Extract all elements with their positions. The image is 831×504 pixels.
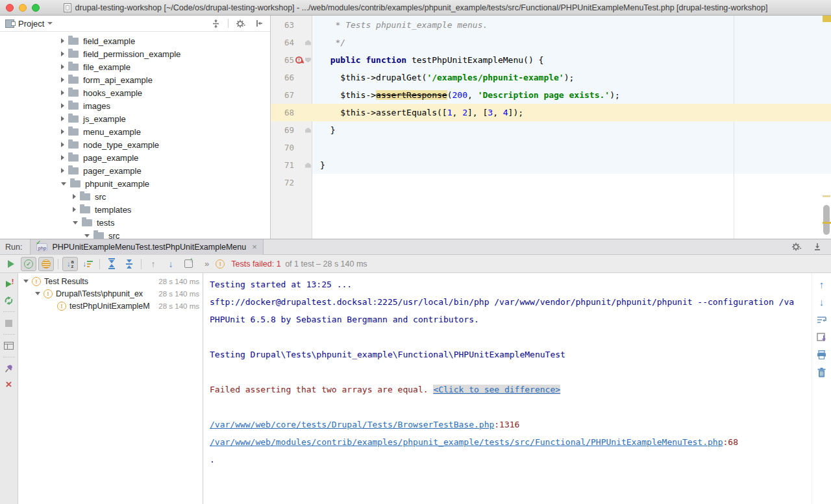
zoom-window-button[interactable] bbox=[32, 4, 40, 12]
code-line-68[interactable]: 68 $this->assertEquals([1, 2], [3, 4]); bbox=[271, 104, 831, 121]
console-link[interactable]: /var/www/web/core/tests/Drupal/Tests/Bro… bbox=[210, 420, 494, 429]
test-history-button[interactable] bbox=[180, 257, 196, 271]
test-tree-item[interactable]: !testPhpUnitExampleM28 s 140 ms bbox=[18, 300, 203, 312]
clear-all-button[interactable] bbox=[817, 367, 827, 378]
tree-item-images[interactable]: images bbox=[0, 99, 270, 112]
chevron-expanded-icon[interactable] bbox=[35, 292, 40, 295]
code-line-67[interactable]: 67 $this->assertResponse(200, 'Descripti… bbox=[271, 86, 831, 104]
code-line-71[interactable]: 71} bbox=[271, 156, 831, 174]
code-line-63[interactable]: 63 * Tests phpunit_example menus. bbox=[271, 16, 831, 34]
test-tree-item[interactable]: !Test Results28 s 140 ms bbox=[18, 275, 203, 287]
hide-run-panel-icon[interactable] bbox=[812, 242, 823, 252]
chevron-collapsed-icon[interactable] bbox=[61, 168, 64, 173]
sort-alphabetically-toggle[interactable]: ↓az bbox=[62, 257, 78, 271]
chevron-collapsed-icon[interactable] bbox=[73, 194, 76, 199]
pin-tab-button[interactable] bbox=[3, 363, 15, 374]
chevron-expanded-icon[interactable] bbox=[61, 182, 66, 186]
tree-item-label: src bbox=[108, 231, 119, 239]
next-failed-test-button[interactable]: ↓ bbox=[163, 257, 179, 271]
chevron-expanded-icon[interactable] bbox=[23, 280, 29, 283]
stop-button[interactable] bbox=[3, 318, 15, 328]
settings-gear-icon[interactable] bbox=[235, 18, 247, 29]
chevron-expanded-icon[interactable] bbox=[73, 221, 78, 224]
test-failed-gutter-icon[interactable]: ! bbox=[295, 56, 303, 64]
close-tab-icon[interactable]: × bbox=[252, 242, 257, 252]
tree-item-node_type_example[interactable]: node_type_example bbox=[0, 138, 270, 151]
code-line-64[interactable]: 64 */ bbox=[271, 34, 831, 51]
tree-item-js_example[interactable]: js_example bbox=[0, 112, 270, 125]
collapse-all-icon[interactable] bbox=[210, 18, 221, 29]
folder-icon bbox=[68, 167, 79, 174]
sort-by-duration-button[interactable]: ↓ bbox=[80, 257, 95, 271]
code-editor[interactable]: 63 * Tests phpunit_example menus.64 */65… bbox=[271, 16, 831, 239]
project-panel-title[interactable]: Project bbox=[18, 19, 44, 29]
previous-failed-test-button[interactable]: ↑ bbox=[145, 257, 161, 271]
code-line-66[interactable]: 66 $this->drupalGet('/examples/phpunit-e… bbox=[271, 69, 831, 86]
fold-marker-icon[interactable] bbox=[305, 40, 311, 45]
expand-all-button[interactable] bbox=[104, 257, 119, 271]
console-link[interactable]: /var/www/web/modules/contrib/examples/ph… bbox=[210, 437, 723, 447]
close-panel-button[interactable]: × bbox=[3, 379, 15, 390]
soft-wrap-button[interactable] bbox=[817, 315, 827, 325]
minimize-window-button[interactable] bbox=[19, 4, 27, 12]
chevron-collapsed-icon[interactable] bbox=[61, 64, 64, 69]
run-configuration-tab[interactable]: php PHPUnitExampleMenuTest.testPhpUnitEx… bbox=[30, 239, 263, 255]
chevron-down-icon[interactable] bbox=[47, 22, 53, 25]
tree-item-file_example[interactable]: file_example bbox=[0, 60, 270, 73]
chevron-collapsed-icon[interactable] bbox=[61, 90, 64, 95]
tree-item-menu_example[interactable]: menu_example bbox=[0, 125, 270, 138]
run-settings-gear-icon[interactable] bbox=[791, 242, 802, 252]
fold-marker-icon[interactable] bbox=[305, 128, 311, 133]
rerun-failed-tests-button[interactable]: ! bbox=[3, 279, 15, 289]
tree-item-field_permission_example[interactable]: field_permission_example bbox=[0, 47, 270, 60]
tree-item-src[interactable]: src bbox=[0, 229, 270, 239]
restore-layout-button[interactable] bbox=[3, 341, 15, 351]
tree-item-hooks_example[interactable]: hooks_example bbox=[0, 86, 270, 99]
tree-item-src[interactable]: src bbox=[0, 190, 270, 203]
tree-item-page_example[interactable]: page_example bbox=[0, 151, 270, 164]
code-line-72[interactable]: 72 bbox=[271, 174, 831, 191]
warning-stripe-mark[interactable] bbox=[823, 195, 830, 197]
fold-marker-icon[interactable] bbox=[305, 58, 311, 63]
chevron-expanded-icon[interactable] bbox=[84, 234, 90, 237]
previous-occurrence-button[interactable]: ↑ bbox=[817, 280, 827, 290]
collapse-all-button[interactable] bbox=[121, 257, 137, 271]
test-console[interactable]: Testing started at 13:25 ...sftp://docke… bbox=[203, 273, 831, 504]
scroll-to-end-button[interactable] bbox=[817, 332, 827, 342]
chevron-collapsed-icon[interactable] bbox=[61, 38, 64, 43]
next-occurrence-button[interactable]: ↓ bbox=[817, 297, 827, 307]
print-button[interactable] bbox=[817, 350, 827, 360]
code-line-65[interactable]: 65! public function testPhpUnitExampleMe… bbox=[271, 51, 831, 69]
toggle-auto-test-button[interactable] bbox=[3, 295, 15, 306]
tree-item-templates[interactable]: templates bbox=[0, 203, 270, 216]
test-tree-item[interactable]: !Drupal\Tests\phpunit_ex28 s 140 ms bbox=[18, 287, 203, 300]
console-link[interactable]: <Click to see difference> bbox=[433, 385, 560, 394]
tree-item-pager_example[interactable]: pager_example bbox=[0, 164, 270, 177]
fold-marker-icon[interactable] bbox=[305, 163, 311, 168]
chevron-collapsed-icon[interactable] bbox=[61, 116, 64, 121]
code-line-70[interactable]: 70 bbox=[271, 139, 831, 156]
chevron-collapsed-icon[interactable] bbox=[61, 155, 64, 160]
tree-item-phpunit_example[interactable]: phpunit_example bbox=[0, 177, 270, 190]
tree-item-tests[interactable]: tests bbox=[0, 216, 270, 229]
chevron-collapsed-icon[interactable] bbox=[61, 77, 64, 82]
tree-item-form_api_example[interactable]: form_api_example bbox=[0, 73, 270, 86]
chevron-collapsed-icon[interactable] bbox=[61, 51, 64, 56]
tree-item-field_example[interactable]: field_example bbox=[0, 34, 270, 47]
editor-vertical-scrollbar[interactable] bbox=[823, 205, 830, 235]
show-passed-toggle[interactable]: ✓ bbox=[21, 257, 36, 271]
error-stripe-indicator[interactable] bbox=[823, 16, 831, 22]
warning-stripe-mark-2[interactable] bbox=[823, 222, 831, 224]
chevron-collapsed-icon[interactable] bbox=[61, 129, 64, 134]
hide-panel-icon[interactable] bbox=[253, 18, 265, 29]
rerun-button[interactable] bbox=[3, 257, 19, 271]
more-actions-chevrons[interactable]: » bbox=[205, 259, 208, 269]
chevron-collapsed-icon[interactable] bbox=[61, 142, 64, 147]
project-tool-window-icon bbox=[5, 19, 14, 28]
code-line-69[interactable]: 69 } bbox=[271, 121, 831, 139]
show-ignored-toggle[interactable] bbox=[38, 257, 54, 271]
chevron-collapsed-icon[interactable] bbox=[73, 207, 76, 212]
console-line: sftp://docker@drupaltest.docksal:2225/us… bbox=[203, 293, 831, 311]
close-window-button[interactable] bbox=[6, 4, 14, 12]
chevron-collapsed-icon[interactable] bbox=[61, 103, 64, 108]
